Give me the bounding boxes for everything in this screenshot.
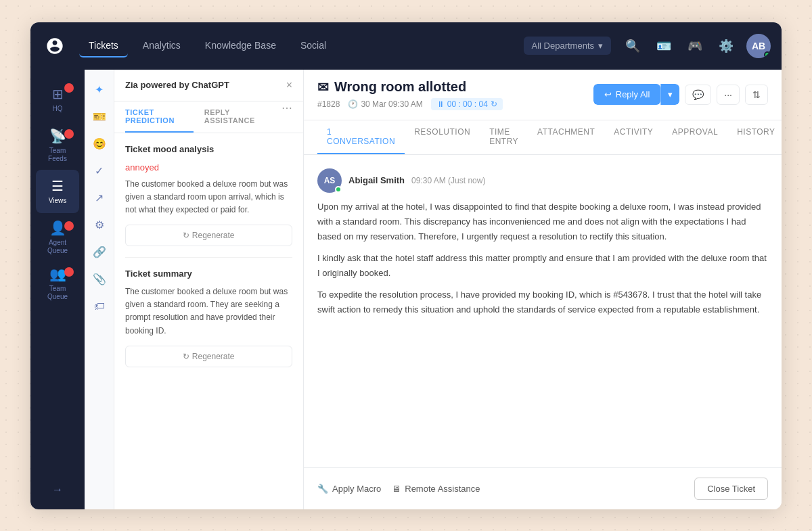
team-queue-icon: 👥 <box>49 266 66 282</box>
chevron-down-icon: ▾ <box>598 41 603 51</box>
tab-time-entry[interactable]: TIME ENTRY <box>480 120 528 154</box>
settings-icon[interactable]: ⚙️ <box>715 35 737 57</box>
sender-avatar: AS <box>317 168 342 193</box>
nav-analytics[interactable]: Analytics <box>133 34 190 57</box>
team-feeds-icon: 📡 <box>49 128 66 144</box>
mood-description: The customer booked a deluxe room but wa… <box>125 178 292 217</box>
timer-value: 00 : 00 : 04 <box>447 99 488 109</box>
tag-icon[interactable]: 🏷 <box>87 294 112 319</box>
sender-name: Abigail Smith <box>348 175 405 185</box>
top-navigation: Tickets Analytics Knowledge Base Social … <box>30 22 782 70</box>
summary-description: The customer booked a deluxe room but wa… <box>125 285 292 338</box>
agent-queue-icon: 👤 <box>49 220 66 236</box>
apply-macro-action[interactable]: 🔧 Apply Macro <box>317 484 381 494</box>
mood-section-title: Ticket mood analysis <box>125 144 292 154</box>
avatar[interactable]: AB <box>746 34 771 58</box>
agent-queue-badge <box>64 221 74 231</box>
ticket-tabs: 1 CONVERSATION RESOLUTION TIME ENTRY ATT… <box>304 120 782 155</box>
expand-sidebar-button[interactable]: → <box>47 478 68 501</box>
sidebar-item-hq[interactable]: ⊞ HQ <box>36 78 79 121</box>
ticket-date: 🕐 30 Mar 09:30 AM <box>348 99 422 109</box>
ticket-header: ✉ Wrong room allotted #1828 🕐 30 Mar 09:… <box>304 70 782 120</box>
department-selector[interactable]: All Departments ▾ <box>524 37 611 55</box>
reply-all-dropdown-button[interactable]: ▾ <box>660 84 679 105</box>
game-controller-icon[interactable]: 🎮 <box>684 35 706 57</box>
tab-reply-assistance[interactable]: REPLY ASSISTANCE <box>204 101 271 133</box>
tab-history[interactable]: HISTORY <box>727 120 782 154</box>
tab-approval[interactable]: APPROVAL <box>662 120 727 154</box>
link-icon[interactable]: 🔗 <box>87 240 112 264</box>
nav-links: Tickets Analytics Knowledge Base Social <box>79 34 524 57</box>
header-actions: ↩ Reply All ▾ 💬 ··· ⇅ <box>593 84 768 105</box>
reply-all-icon: ↩ <box>604 89 612 99</box>
sidebar-item-views[interactable]: ☰ Views <box>36 170 79 213</box>
zia-body: Ticket mood analysis annoyed The custome… <box>114 133 303 509</box>
online-status-dot <box>764 51 771 58</box>
reply-all-group: ↩ Reply All ▾ <box>593 84 680 105</box>
conversation-area: AS Abigail Smith 09:30 AM (Just now) Upo… <box>304 155 782 467</box>
sidebar-label-team-queue: TeamQueue <box>47 285 68 301</box>
team-feeds-badge <box>64 129 74 139</box>
views-icon: ☰ <box>51 178 64 194</box>
sidebar-item-team-feeds[interactable]: 📡 TeamFeeds <box>36 124 79 167</box>
sidebar-label-views: Views <box>49 197 67 205</box>
reply-all-button[interactable]: ↩ Reply All <box>593 84 661 105</box>
sidebar-label-agent-queue: AgentQueue <box>47 239 68 255</box>
remote-assistance-action[interactable]: 🖥 Remote Assistance <box>392 484 480 494</box>
app-logo[interactable] <box>41 32 68 60</box>
attachment-icon[interactable]: 📎 <box>87 267 112 292</box>
sender-initials: AS <box>324 176 336 185</box>
nav-social[interactable]: Social <box>291 34 336 57</box>
pause-icon: ⏸ <box>436 99 445 109</box>
more-options-button[interactable]: ··· <box>717 85 740 105</box>
filter-button[interactable]: ⇅ <box>745 85 768 105</box>
zia-panel: Zia powered by ChatGPT × TICKET PREDICTI… <box>114 70 304 509</box>
section-divider <box>125 257 292 258</box>
tab-attachment[interactable]: ATTACHMENT <box>528 120 604 154</box>
remote-icon: 🖥 <box>392 484 401 494</box>
ticket-main: ✉ Wrong room allotted #1828 🕐 30 Mar 09:… <box>304 70 782 509</box>
zia-close-button[interactable]: × <box>286 79 292 91</box>
message-paragraph-2: I kindly ask that the hotel staff addres… <box>317 251 768 281</box>
ticket-icon[interactable]: 🎫 <box>87 105 112 129</box>
zia-title: Zia powered by ChatGPT <box>125 80 229 90</box>
automation-icon[interactable]: ⚙ <box>87 213 112 237</box>
chat-button[interactable]: 💬 <box>685 85 711 105</box>
search-icon[interactable]: 🔍 <box>622 35 644 57</box>
nav-tickets[interactable]: Tickets <box>79 34 128 57</box>
sidebar-item-team-queue[interactable]: 👥 TeamQueue <box>36 262 79 305</box>
sidebar-item-agent-queue[interactable]: 👤 AgentQueue <box>36 216 79 259</box>
tab-conversation[interactable]: 1 CONVERSATION <box>317 120 405 154</box>
summary-regenerate-button[interactable]: ↻ Regenerate <box>125 346 292 367</box>
resolve-icon[interactable]: ✓ <box>87 159 112 183</box>
ticket-meta: #1828 🕐 30 Mar 09:30 AM ⏸ 00 : 00 : 04 ↻ <box>317 98 585 110</box>
department-label: All Departments <box>532 41 594 51</box>
close-ticket-button[interactable]: Close Ticket <box>694 478 768 500</box>
send-time: 09:30 AM (Just now) <box>411 176 485 185</box>
ticket-footer: 🔧 Apply Macro 🖥 Remote Assistance Close … <box>304 467 782 509</box>
mood-tag: annoyed <box>125 162 159 172</box>
share-icon[interactable]: ↗ <box>87 186 112 210</box>
tab-ticket-prediction[interactable]: TICKET PREDICTION <box>125 101 194 133</box>
icon-sidebar: ✦ 🎫 😊 ✓ ↗ ⚙ 🔗 📎 🏷 <box>85 70 114 509</box>
main-content: ⊞ HQ 📡 TeamFeeds ☰ Views 👤 AgentQueue 👥 … <box>30 70 782 509</box>
clock-icon: 🕐 <box>348 99 358 109</box>
ticket-title-group: ✉ Wrong room allotted #1828 🕐 30 Mar 09:… <box>317 79 585 110</box>
hq-icon: ⊞ <box>52 86 64 102</box>
ticket-title: ✉ Wrong room allotted <box>317 79 585 95</box>
zia-tabs-more-icon[interactable]: ⋯ <box>281 101 292 133</box>
timer-badge: ⏸ 00 : 00 : 04 ↻ <box>431 98 503 110</box>
tab-resolution[interactable]: RESOLUTION <box>405 120 480 154</box>
message-body: Upon my arrival at the hotel, I was disa… <box>317 200 768 318</box>
mood-regenerate-button[interactable]: ↻ Regenerate <box>125 225 292 246</box>
zia-icon[interactable]: ✦ <box>87 78 112 102</box>
left-sidebar: ⊞ HQ 📡 TeamFeeds ☰ Views 👤 AgentQueue 👥 … <box>30 70 85 509</box>
message-paragraph-1: Upon my arrival at the hotel, I was disa… <box>317 200 768 244</box>
tab-activity[interactable]: ACTIVITY <box>604 120 662 154</box>
apply-macro-label: Apply Macro <box>332 484 381 494</box>
nav-knowledge-base[interactable]: Knowledge Base <box>196 34 286 57</box>
zia-tabs: TICKET PREDICTION REPLY ASSISTANCE ⋯ <box>114 101 303 133</box>
mood-icon[interactable]: 😊 <box>87 132 112 156</box>
profile-card-icon[interactable]: 🪪 <box>653 35 675 57</box>
email-icon: ✉ <box>317 79 329 95</box>
